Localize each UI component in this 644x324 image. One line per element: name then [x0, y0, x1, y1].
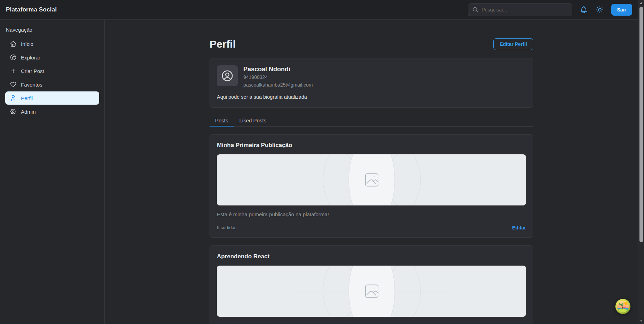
sidebar-item-label: Criar Post — [21, 68, 44, 74]
tabs: Posts Liked Posts — [210, 115, 533, 127]
post-likes: 5 curtidas — [217, 225, 236, 230]
profile-email: pascoalkahamba25@gmail.com — [243, 82, 313, 88]
sun-icon — [596, 6, 604, 14]
main-content: Perfil Editar Perfil Pascoal Ndondi 9419… — [105, 20, 638, 324]
post-caption: Compartilhando minha jornada aprendendo … — [217, 322, 526, 324]
logout-button[interactable]: Sair — [611, 4, 632, 16]
sidebar-item-label: Admin — [21, 109, 36, 115]
search-icon — [472, 7, 479, 13]
app-title: Plataforma Social — [6, 6, 57, 13]
top-bar-actions: Sair — [468, 3, 632, 16]
heart-icon — [10, 81, 17, 88]
sidebar-section-label: Navegação — [0, 27, 104, 33]
sidebar-item-perfil[interactable]: Perfil — [5, 91, 99, 105]
top-bar: Plataforma Social Sair — [0, 0, 638, 20]
edit-profile-button[interactable]: Editar Perfil — [493, 38, 533, 50]
post-title: Aprendendo React — [217, 253, 526, 260]
scrollbar — [638, 0, 644, 324]
scrollbar-up-arrow[interactable] — [640, 2, 643, 4]
bell-icon — [580, 6, 588, 14]
avatar — [217, 65, 238, 86]
tab-posts[interactable]: Posts — [210, 115, 234, 126]
image-placeholder-pattern — [217, 266, 526, 317]
profile-bio: Aqui pode ser a sua biografia atualizada — [217, 94, 526, 100]
post-card: Minha Primeira Publicação — [210, 134, 533, 238]
post-caption: Esta é minha primeira publicação na plat… — [217, 211, 526, 218]
scrollbar-thumb[interactable] — [639, 7, 643, 242]
sidebar-item-criar-post[interactable]: Criar Post — [5, 64, 99, 78]
post-image-placeholder — [217, 154, 526, 205]
home-icon — [10, 40, 17, 47]
tab-liked-posts[interactable]: Liked Posts — [234, 115, 272, 126]
sidebar-item-explorar[interactable]: Explorar — [5, 51, 99, 64]
post-edit-link[interactable]: Editar — [512, 225, 526, 230]
compass-icon — [10, 54, 17, 61]
sidebar-item-admin[interactable]: Admin — [5, 105, 99, 118]
sidebar-item-label: Favoritos — [21, 82, 42, 88]
sidebar-item-label: Explorar — [21, 55, 40, 60]
post-card: Aprendendo React — [210, 245, 533, 324]
search-box — [468, 3, 572, 16]
sidebar-item-label: Perfil — [21, 95, 33, 101]
sidebar: Navegação Início Explorar Criar Post Fav… — [0, 20, 105, 324]
island-icon — [615, 299, 631, 314]
gear-icon — [10, 108, 17, 115]
notifications-button[interactable] — [579, 5, 588, 14]
sidebar-item-inicio[interactable]: Início — [5, 37, 99, 50]
scrollbar-down-arrow[interactable] — [640, 320, 643, 322]
plus-icon — [10, 67, 17, 74]
island-extension-badge[interactable] — [615, 299, 631, 314]
profile-name: Pascoal Ndondi — [243, 65, 313, 73]
user-icon — [10, 95, 17, 102]
user-circle-icon — [221, 69, 234, 82]
post-image-placeholder — [217, 266, 526, 317]
post-title: Minha Primeira Publicação — [217, 141, 526, 149]
sidebar-item-label: Início — [21, 41, 33, 47]
theme-toggle-button[interactable] — [595, 5, 604, 14]
page-title: Perfil — [210, 38, 236, 50]
sidebar-item-favoritos[interactable]: Favoritos — [5, 78, 99, 91]
image-placeholder-pattern — [217, 154, 526, 205]
search-input[interactable] — [482, 7, 568, 13]
profile-card: Pascoal Ndondi 941900324 pascoalkahamba2… — [210, 58, 533, 108]
profile-phone: 941900324 — [243, 74, 313, 81]
